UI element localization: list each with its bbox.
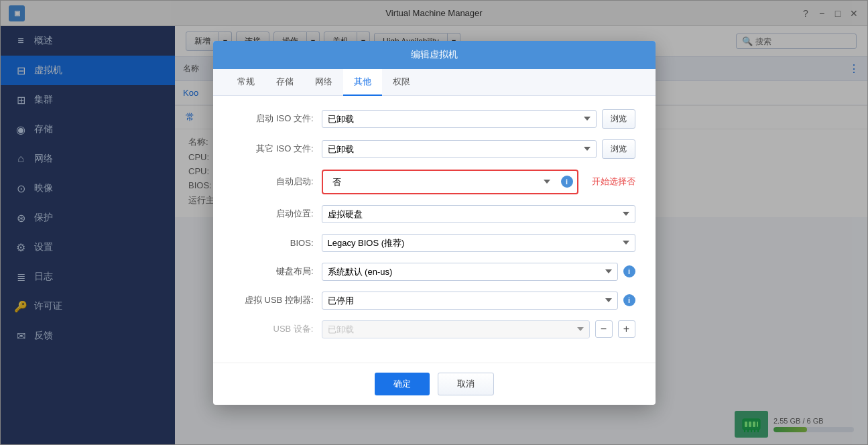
boot-iso-wrap: 已卸载 浏览	[322, 109, 635, 129]
autostart-label: 自动启动:	[233, 176, 314, 188]
usb-dev-select: 已卸载	[322, 320, 590, 338]
autostart-wrap: 否 i	[322, 170, 578, 194]
keyboard-label: 键盘布局:	[233, 265, 314, 277]
confirm-button[interactable]: 确定	[375, 373, 430, 395]
boot-pos-label: 启动位置:	[233, 208, 314, 220]
tab-other[interactable]: 其他	[343, 69, 382, 96]
usb-ctrl-select[interactable]: 已停用	[322, 292, 618, 310]
tab-storage[interactable]: 存储	[265, 69, 304, 96]
boot-iso-select[interactable]: 已卸载	[322, 110, 597, 128]
usb-dev-label: USB 设备:	[233, 323, 314, 335]
usb-add-button[interactable]: +	[618, 320, 635, 338]
boot-iso-browse-button[interactable]: 浏览	[602, 109, 635, 129]
keyboard-select[interactable]: 系统默认 (en-us)	[322, 263, 618, 281]
boot-iso-row: 启动 ISO 文件: 已卸载 浏览	[233, 109, 635, 129]
bios-row: BIOS: Legacy BIOS (推荐)	[233, 234, 635, 252]
other-iso-label: 其它 ISO 文件:	[233, 143, 314, 155]
usb-remove-button[interactable]: −	[595, 320, 613, 338]
edit-vm-dialog: 编辑虚拟机 常规 存储 网络 其他 权限 启动 ISO 文件: 已卸载 浏览	[213, 41, 656, 405]
usb-dev-row: USB 设备: 已卸载 − +	[233, 320, 635, 338]
usb-dev-wrap: 已卸载 − +	[322, 320, 635, 338]
other-iso-select[interactable]: 已卸载	[322, 140, 597, 158]
keyboard-wrap: 系统默认 (en-us) i	[322, 263, 635, 281]
boot-pos-select[interactable]: 虚拟硬盘	[322, 205, 635, 223]
dialog-body: 启动 ISO 文件: 已卸载 浏览 其它 ISO 文件: 已卸载 浏览	[213, 96, 656, 363]
bios-field-label: BIOS:	[233, 238, 314, 248]
boot-iso-label: 启动 ISO 文件:	[233, 113, 314, 125]
other-iso-row: 其它 ISO 文件: 已卸载 浏览	[233, 139, 635, 159]
cancel-button[interactable]: 取消	[438, 373, 494, 395]
boot-pos-row: 启动位置: 虚拟硬盘	[233, 205, 635, 223]
usb-ctrl-row: 虚拟 USB 控制器: 已停用 i	[233, 292, 635, 310]
autostart-hint: 开始选择否	[592, 176, 635, 188]
other-iso-browse-button[interactable]: 浏览	[602, 139, 635, 159]
tab-permission[interactable]: 权限	[382, 69, 421, 96]
usb-ctrl-label: 虚拟 USB 控制器:	[233, 294, 314, 306]
autostart-select[interactable]: 否	[327, 174, 556, 190]
tab-network[interactable]: 网络	[304, 69, 343, 96]
autostart-row: 自动启动: 否 i 开始选择否	[233, 170, 635, 194]
keyboard-info-icon[interactable]: i	[623, 265, 635, 277]
modal-overlay: 编辑虚拟机 常规 存储 网络 其他 权限 启动 ISO 文件: 已卸载 浏览	[0, 0, 868, 445]
other-iso-wrap: 已卸载 浏览	[322, 139, 635, 159]
usb-ctrl-info-icon[interactable]: i	[623, 294, 635, 306]
usb-ctrl-wrap: 已停用 i	[322, 292, 635, 310]
autostart-info-icon[interactable]: i	[561, 176, 573, 188]
keyboard-row: 键盘布局: 系统默认 (en-us) i	[233, 263, 635, 281]
boot-pos-wrap: 虚拟硬盘	[322, 205, 635, 223]
dialog-title: 编辑虚拟机	[411, 49, 458, 60]
dialog-tabs: 常规 存储 网络 其他 权限	[213, 69, 656, 96]
bios-select[interactable]: Legacy BIOS (推荐)	[322, 234, 635, 252]
dialog-footer: 确定 取消	[213, 363, 656, 405]
dialog-header: 编辑虚拟机	[213, 41, 656, 69]
tab-general[interactable]: 常规	[227, 69, 265, 96]
bios-wrap: Legacy BIOS (推荐)	[322, 234, 635, 252]
